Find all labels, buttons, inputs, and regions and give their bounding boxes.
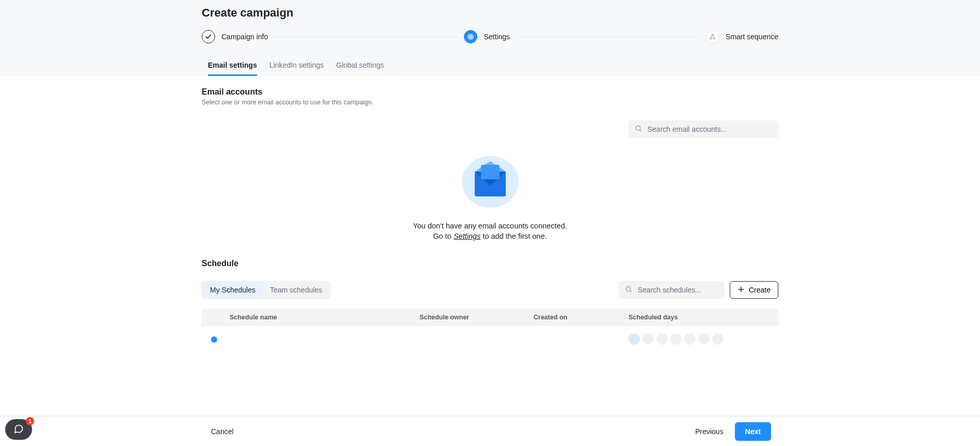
cancel-button[interactable]: Cancel (209, 424, 236, 439)
svg-rect-14 (481, 165, 500, 179)
search-input[interactable] (637, 285, 718, 295)
chat-badge: 1 (26, 417, 34, 425)
check-circle-icon (202, 30, 215, 43)
previous-button[interactable]: Previous (693, 424, 725, 439)
step-label: Smart sequence (726, 33, 778, 41)
plus-icon (737, 286, 745, 295)
section-subtitle: Select one or more email accounts to use… (202, 99, 778, 106)
empty-text-pre: Go to (433, 232, 454, 240)
schedule-section-title: Schedule (202, 259, 778, 268)
tab-global-settings[interactable]: Global settings (336, 58, 384, 76)
schedule-scope-toggle: My Schedules Team schedules (202, 281, 330, 299)
scheduled-days-dots (628, 333, 771, 345)
settings-link[interactable]: Settings (454, 232, 480, 240)
toggle-my-schedules[interactable]: My Schedules (203, 282, 263, 298)
schedules-table: Schedule name Schedule owner Created on … (202, 309, 778, 352)
email-accounts-section: Email accounts Select one or more email … (202, 76, 778, 106)
search-email-accounts[interactable] (628, 120, 778, 138)
col-scheduled-days: Scheduled days (628, 314, 771, 321)
page-title: Create campaign (202, 0, 778, 30)
svg-point-15 (626, 287, 630, 291)
toggle-team-schedules[interactable]: Team schedules (263, 282, 329, 298)
tab-email-settings[interactable]: Email settings (208, 58, 257, 76)
step-label: Campaign info (221, 33, 268, 41)
section-title: Email accounts (202, 87, 778, 97)
chat-widget[interactable]: 1 (5, 419, 32, 440)
chat-icon (13, 424, 24, 436)
schedule-radio[interactable] (211, 336, 217, 343)
search-schedules[interactable] (619, 281, 725, 299)
col-created-on: Created on (534, 314, 629, 321)
table-row[interactable] (202, 326, 778, 352)
step-divider (516, 37, 700, 37)
create-schedule-button[interactable]: Create (730, 281, 778, 299)
nodes-icon (706, 30, 719, 43)
empty-text-line2: Go to Settings to add the first one. (433, 232, 547, 240)
table-header: Schedule name Schedule owner Created on … (202, 309, 778, 326)
target-icon (464, 30, 477, 43)
step-settings[interactable]: Settings (464, 30, 510, 43)
email-empty-state: You don't have any email accounts connec… (202, 153, 778, 240)
svg-line-6 (711, 35, 712, 38)
svg-line-7 (713, 35, 714, 38)
search-icon (625, 285, 632, 295)
svg-point-2 (471, 36, 472, 37)
empty-text-line1: You don't have any email accounts connec… (413, 222, 567, 230)
step-campaign-info[interactable]: Campaign info (202, 30, 268, 43)
svg-line-9 (640, 130, 641, 131)
svg-point-8 (636, 126, 641, 131)
step-divider (274, 37, 458, 37)
create-button-label: Create (749, 286, 771, 294)
col-schedule-name: Schedule name (230, 314, 419, 321)
wizard-footer: Cancel Previous Next (0, 416, 980, 446)
search-input[interactable] (646, 125, 772, 134)
col-schedule-owner: Schedule owner (419, 314, 533, 321)
search-icon (635, 125, 642, 134)
empty-text-post: to add the first one. (480, 232, 547, 240)
mail-illustration-icon (457, 153, 524, 210)
svg-line-16 (630, 290, 631, 292)
next-button[interactable]: Next (735, 422, 771, 441)
step-smart-sequence[interactable]: Smart sequence (706, 30, 778, 43)
tab-linkedin-settings[interactable]: LinkedIn settings (269, 58, 324, 76)
stepper: Campaign info Settings Smart sequence (202, 30, 778, 43)
step-label: Settings (484, 33, 510, 41)
settings-tabbar: Email settings LinkedIn settings Global … (202, 58, 778, 76)
